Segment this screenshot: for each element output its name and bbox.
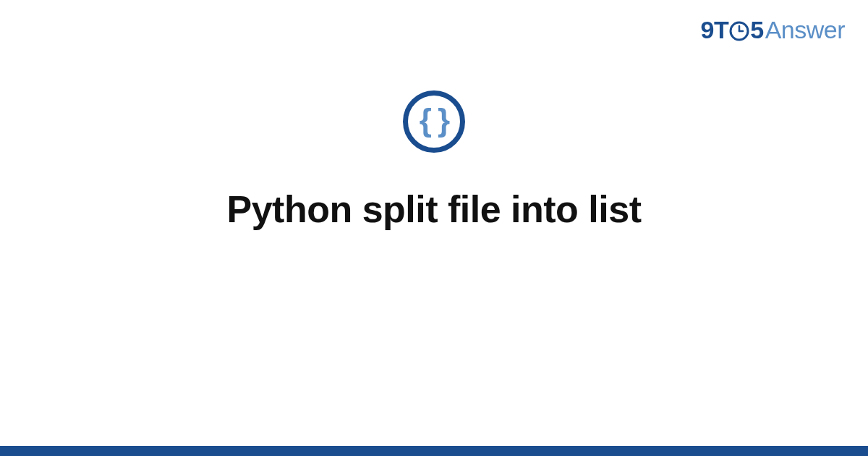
logo-text-answer: Answer <box>765 16 845 44</box>
category-badge: { } <box>403 90 465 153</box>
page-title: Python split file into list <box>227 187 642 231</box>
clock-icon <box>729 21 749 41</box>
site-logo[interactable]: 9T 5 Answer <box>701 16 845 44</box>
logo-text-9t: 9T <box>701 16 729 44</box>
logo-text-5: 5 <box>750 16 763 44</box>
hero-block: { } Python split file into list <box>0 90 868 231</box>
code-braces-icon: { } <box>420 104 448 136</box>
footer-accent-bar <box>0 446 868 456</box>
